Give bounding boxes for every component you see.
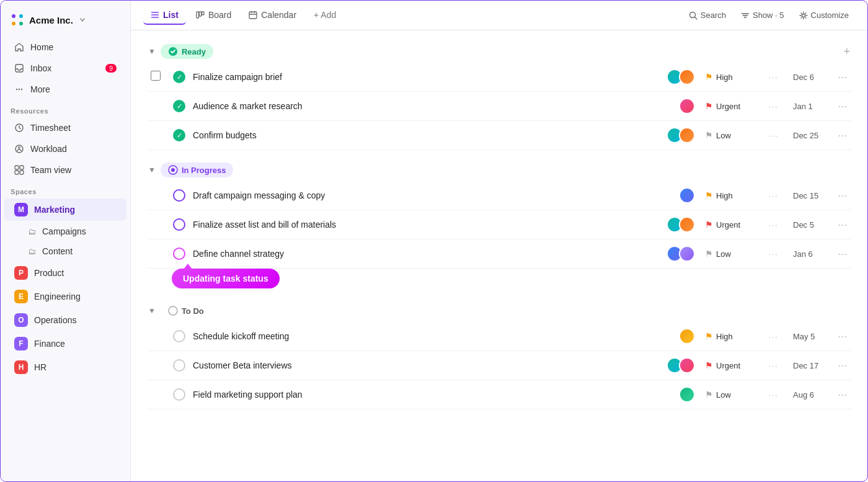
priority-flag-icon: ⚑ (705, 101, 713, 111)
svg-rect-18 (197, 12, 199, 18)
sidebar-subitem-content[interactable]: 🗂 Content (4, 242, 126, 261)
tab-add[interactable]: + Add (306, 6, 343, 25)
svg-point-30 (802, 14, 805, 17)
group-header-ready: ▼ Ready + (146, 38, 852, 63)
sidebar-item-hr[interactable]: H HR (4, 356, 126, 378)
tooltip-bubble: Updating task status (172, 269, 280, 288)
task-avatars (666, 246, 695, 262)
svg-point-7 (21, 89, 22, 90)
task-dots[interactable]: ··· (768, 332, 786, 341)
status-in-progress-icon[interactable] (173, 218, 185, 231)
task-due-date: Dec 15 (793, 191, 830, 200)
ready-check-icon (168, 47, 178, 56)
task-dots[interactable]: ··· (768, 102, 786, 111)
task-dots[interactable]: ··· (768, 249, 786, 259)
svg-point-6 (19, 89, 20, 90)
in-progress-icon (168, 165, 178, 175)
group-badge-todo[interactable]: To Do (161, 303, 211, 318)
task-dots[interactable]: ··· (768, 73, 786, 82)
product-dot: P (14, 266, 28, 280)
status-in-progress-icon[interactable] (173, 248, 185, 260)
group-header-todo: ▼ To Do (146, 297, 852, 322)
task-row: ✓ Finalize campaign brief ⚑ High ··· Dec… (146, 63, 852, 92)
svg-rect-19 (199, 12, 202, 16)
task-name: Field marketing support plan (193, 390, 671, 399)
app-logo[interactable]: Acme Inc. (1, 8, 130, 37)
sidebar-item-engineering[interactable]: E Engineering (4, 285, 126, 308)
group-badge-ready[interactable]: Ready (161, 44, 213, 59)
sidebar-item-marketing[interactable]: M Marketing (4, 199, 126, 221)
status-in-progress-icon[interactable] (173, 189, 185, 202)
svg-point-3 (19, 22, 23, 25)
status-todo-icon[interactable] (173, 359, 185, 372)
resources-section-label: Resources (1, 100, 130, 117)
task-row: Finalize asset list and bill of material… (146, 210, 852, 239)
avatar (679, 98, 695, 114)
sidebar-item-timesheet[interactable]: Timesheet (4, 118, 126, 138)
status-todo-icon[interactable] (173, 388, 185, 401)
task-more-button[interactable]: ⋯ (838, 331, 848, 342)
search-button[interactable]: Search (683, 7, 732, 23)
customize-button[interactable]: Customize (793, 7, 855, 23)
task-name: Define channel strategy (193, 249, 659, 259)
avatar (679, 69, 695, 85)
status-done-icon[interactable]: ✓ (173, 71, 185, 83)
task-more-button[interactable]: ⋯ (838, 190, 848, 202)
sidebar-item-finance[interactable]: F Finance (4, 332, 126, 355)
task-more-button[interactable]: ⋯ (838, 389, 848, 401)
task-dots[interactable]: ··· (768, 191, 786, 200)
task-more-button[interactable]: ⋯ (838, 219, 848, 231)
task-avatars (666, 127, 695, 143)
group-badge-in-progress[interactable]: In Progress (161, 163, 234, 177)
sidebar-item-workload[interactable]: Workload (4, 139, 126, 159)
task-more-button[interactable]: ⋯ (838, 71, 848, 83)
marketing-dot: M (14, 203, 28, 216)
status-done-icon[interactable]: ✓ (173, 129, 185, 141)
group-toggle-in-progress[interactable]: ▼ (148, 166, 156, 174)
sidebar-item-team-view[interactable]: Team view (4, 160, 126, 180)
operations-dot: O (14, 313, 28, 327)
svg-rect-4 (16, 65, 23, 72)
sidebar-item-more[interactable]: More (4, 79, 126, 99)
priority-flag-icon: ⚑ (705, 249, 713, 259)
sidebar-item-product[interactable]: P Product (4, 262, 126, 284)
task-dots[interactable]: ··· (768, 390, 786, 399)
logo-icon (11, 13, 24, 27)
spaces-section-label: Spaces (1, 181, 130, 198)
topbar-actions: Search Show · 5 Customize (683, 7, 855, 23)
task-dots[interactable]: ··· (768, 220, 786, 230)
tab-board[interactable]: Board (188, 6, 239, 25)
sidebar-item-home[interactable]: Home (4, 37, 126, 57)
sidebar-item-operations[interactable]: O Operations (4, 309, 126, 331)
workload-icon (14, 144, 24, 154)
task-more-button[interactable]: ⋯ (838, 130, 848, 141)
group-add-ready[interactable]: + (843, 45, 850, 58)
gear-icon (799, 11, 808, 20)
task-priority: ⚑ Urgent (705, 360, 761, 370)
task-name: Schedule kickoff meeting (193, 331, 671, 341)
svg-point-1 (19, 14, 23, 18)
todo-icon (168, 306, 178, 316)
tab-calendar[interactable]: Calendar (241, 6, 304, 25)
task-more-button[interactable]: ⋯ (838, 248, 848, 260)
tab-list[interactable]: List (143, 6, 186, 25)
task-more-button[interactable]: ⋯ (838, 100, 848, 112)
show-button[interactable]: Show · 5 (735, 7, 790, 23)
svg-point-5 (16, 89, 17, 90)
group-toggle-todo[interactable]: ▼ (148, 306, 156, 315)
avatar (679, 246, 695, 262)
group-toggle-ready[interactable]: ▼ (148, 47, 156, 56)
task-avatars (679, 386, 695, 403)
task-checkbox[interactable] (151, 71, 161, 81)
sidebar-subitem-campaigns[interactable]: 🗂 Campaigns (4, 222, 126, 241)
task-dots[interactable]: ··· (768, 131, 786, 140)
status-done-icon[interactable]: ✓ (173, 100, 185, 112)
status-todo-icon[interactable] (173, 330, 185, 342)
task-due-date: Aug 6 (793, 390, 830, 399)
task-more-button[interactable]: ⋯ (838, 360, 848, 372)
avatar (679, 357, 695, 373)
task-dots[interactable]: ··· (768, 361, 786, 370)
svg-point-33 (171, 168, 175, 172)
sidebar-item-inbox[interactable]: Inbox 9 (4, 58, 126, 78)
priority-flag-icon: ⚑ (705, 331, 713, 341)
